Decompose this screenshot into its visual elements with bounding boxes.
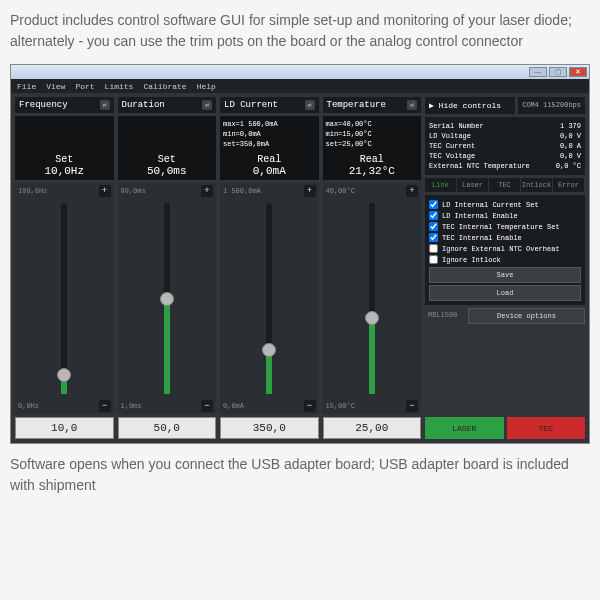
set-label: Set bbox=[121, 154, 214, 165]
checkbox-row: Ignore Intlock bbox=[429, 254, 581, 265]
menu-view[interactable]: View bbox=[46, 82, 65, 91]
status-key: TEC Current bbox=[429, 142, 475, 150]
link-icon[interactable]: ⇄ bbox=[202, 100, 212, 110]
slider-min-label: 15,00°C bbox=[326, 402, 355, 410]
minimize-button[interactable]: — bbox=[529, 67, 547, 77]
set-label: Real bbox=[223, 154, 316, 165]
channel-info-line: set=25,00°C bbox=[326, 139, 419, 149]
channel-info-line: max=1 500,0mA bbox=[223, 119, 316, 129]
channel-info-line: min=0,0mA bbox=[223, 129, 316, 139]
slider-area: 99,0ms+1,0ms− bbox=[118, 183, 217, 414]
slider-area: 1 500,0mA+0,0mA− bbox=[220, 183, 319, 414]
status-value: 0,0 A bbox=[560, 142, 581, 150]
channel-info-line: min=15,00°C bbox=[326, 129, 419, 139]
outro-text: Software opens when you connect the USB … bbox=[10, 454, 590, 496]
channel-input[interactable]: 25,00 bbox=[323, 417, 422, 439]
channel-info-line: max=40,00°C bbox=[326, 119, 419, 129]
checkbox-label: TEC Internal Temperature Set bbox=[442, 223, 560, 231]
link-icon[interactable]: ⇄ bbox=[100, 100, 110, 110]
slider-track[interactable] bbox=[220, 203, 319, 394]
menu-port[interactable]: Port bbox=[75, 82, 94, 91]
status-value: 0,0 V bbox=[560, 132, 581, 140]
channel-area: Frequency⇄Set10,0Hz100,0Hz+0,0Hz−10,0Dur… bbox=[15, 97, 421, 439]
step-up-button[interactable]: + bbox=[99, 185, 111, 197]
device-options-button[interactable]: Device options bbox=[468, 308, 585, 324]
set-label: Set bbox=[18, 154, 111, 165]
step-down-button[interactable]: − bbox=[304, 400, 316, 412]
checkbox[interactable] bbox=[429, 211, 438, 220]
status-key: External NTC Temperature bbox=[429, 162, 530, 170]
com-port-button[interactable]: COM4 115200bps bbox=[518, 97, 585, 114]
channel-header: Temperature⇄ bbox=[323, 97, 422, 113]
intro-text: Product includes control software GUI fo… bbox=[10, 10, 590, 52]
status-key: TEC Voltage bbox=[429, 152, 475, 160]
checkbox-label: Ignore Intlock bbox=[442, 256, 501, 264]
slider-min-label: 1,0ms bbox=[121, 402, 142, 410]
checkbox[interactable] bbox=[429, 222, 438, 231]
channel-header: Frequency⇄ bbox=[15, 97, 114, 113]
channel-header: Duration⇄ bbox=[118, 97, 217, 113]
tab-error[interactable]: Error bbox=[553, 178, 585, 192]
menubar: FileViewPortLimitsCalibrateHelp bbox=[11, 79, 589, 93]
set-value: 50,0ms bbox=[121, 165, 214, 177]
close-button[interactable]: ✕ bbox=[569, 67, 587, 77]
step-up-button[interactable]: + bbox=[201, 185, 213, 197]
menu-help[interactable]: Help bbox=[197, 82, 216, 91]
menu-calibrate[interactable]: Calibrate bbox=[143, 82, 186, 91]
channel-input[interactable]: 50,0 bbox=[118, 417, 217, 439]
menu-file[interactable]: File bbox=[17, 82, 36, 91]
set-value: 10,0Hz bbox=[18, 165, 111, 177]
channel-3: Temperature⇄max=40,00°Cmin=15,00°Cset=25… bbox=[323, 97, 422, 439]
tab-tec[interactable]: TEC bbox=[489, 178, 521, 192]
save-button[interactable]: Save bbox=[429, 267, 581, 283]
slider-thumb[interactable] bbox=[365, 311, 379, 325]
tab-laser[interactable]: Laser bbox=[457, 178, 489, 192]
channel-readout: max=40,00°Cmin=15,00°Cset=25,00°CReal21,… bbox=[323, 116, 422, 180]
load-button[interactable]: Load bbox=[429, 285, 581, 301]
status-key: Serial Number bbox=[429, 122, 484, 130]
channel-input[interactable]: 350,0 bbox=[220, 417, 319, 439]
checkbox-label: LD Internal Current Set bbox=[442, 201, 539, 209]
tab-intlock[interactable]: Intlock bbox=[521, 178, 553, 192]
step-down-button[interactable]: − bbox=[406, 400, 418, 412]
checkbox-label: LD Internal Enable bbox=[442, 212, 518, 220]
slider-max-label: 100,0Hz bbox=[18, 187, 47, 195]
status-tabs: LinkLaserTECIntlockError bbox=[425, 178, 585, 192]
checkbox[interactable] bbox=[429, 255, 438, 264]
step-down-button[interactable]: − bbox=[201, 400, 213, 412]
slider-track[interactable] bbox=[323, 203, 422, 394]
step-up-button[interactable]: + bbox=[304, 185, 316, 197]
hide-controls-button[interactable]: ▶ Hide controls bbox=[425, 97, 515, 114]
slider-max-label: 1 500,0mA bbox=[223, 187, 261, 195]
slider-min-label: 0,0mA bbox=[223, 402, 244, 410]
slider-max-label: 40,00°C bbox=[326, 187, 355, 195]
checkbox[interactable] bbox=[429, 244, 438, 253]
slider-thumb[interactable] bbox=[57, 368, 71, 382]
link-icon[interactable]: ⇄ bbox=[407, 100, 417, 110]
tec-toggle-button[interactable]: TEC bbox=[507, 417, 586, 439]
slider-track[interactable] bbox=[118, 203, 217, 394]
slider-track[interactable] bbox=[15, 203, 114, 394]
status-row: Serial Number1 379 bbox=[429, 121, 581, 131]
step-up-button[interactable]: + bbox=[406, 185, 418, 197]
laser-toggle-button[interactable]: LASER bbox=[425, 417, 504, 439]
maximize-button[interactable]: ▢ bbox=[549, 67, 567, 77]
menu-limits[interactable]: Limits bbox=[105, 82, 134, 91]
device-model-label: MBL1500 bbox=[425, 308, 465, 324]
options-block: LD Internal Current SetLD Internal Enabl… bbox=[425, 195, 585, 305]
status-key: LD Voltage bbox=[429, 132, 471, 140]
channel-input[interactable]: 10,0 bbox=[15, 417, 114, 439]
status-row: External NTC Temperature0,0 °C bbox=[429, 161, 581, 171]
status-value: 0,0 °C bbox=[556, 162, 581, 170]
channel-header: LD Current⇄ bbox=[220, 97, 319, 113]
step-down-button[interactable]: − bbox=[99, 400, 111, 412]
status-block: Serial Number1 379LD Voltage0,0 VTEC Cur… bbox=[425, 117, 585, 175]
slider-thumb[interactable] bbox=[262, 343, 276, 357]
tab-link[interactable]: Link bbox=[425, 178, 457, 192]
checkbox[interactable] bbox=[429, 200, 438, 209]
channel-2: LD Current⇄max=1 500,0mAmin=0,0mAset=350… bbox=[220, 97, 319, 439]
checkbox-label: TEC Internal Enable bbox=[442, 234, 522, 242]
slider-thumb[interactable] bbox=[160, 292, 174, 306]
link-icon[interactable]: ⇄ bbox=[305, 100, 315, 110]
checkbox[interactable] bbox=[429, 233, 438, 242]
